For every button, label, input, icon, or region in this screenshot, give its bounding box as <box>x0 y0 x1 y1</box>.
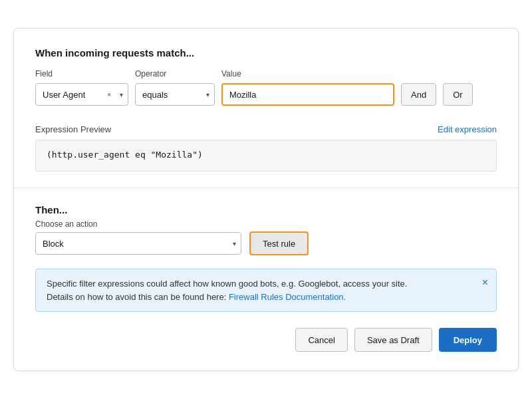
cancel-button[interactable]: Cancel <box>295 328 347 352</box>
when-title: When incoming requests match... <box>35 47 497 59</box>
expression-section: Expression Preview Edit expression (http… <box>35 124 497 172</box>
test-rule-button[interactable]: Test rule <box>249 231 309 255</box>
main-card: When incoming requests match... Field Us… <box>13 28 519 371</box>
action-select[interactable]: Block <box>35 232 241 255</box>
value-label: Value <box>221 69 394 78</box>
expression-header: Expression Preview Edit expression <box>35 124 497 134</box>
then-section: Then... Choose an action Block ▾ Test ru… <box>35 204 497 255</box>
action-label: Choose an action <box>35 219 497 229</box>
condition-row: Field User Agent × ▾ Operator equals ▾ V… <box>35 69 497 106</box>
field-label: Field <box>35 69 128 78</box>
edit-expression-link[interactable]: Edit expression <box>438 124 497 134</box>
info-text-1: Specific filter expressions could affect… <box>47 279 407 289</box>
info-close-icon[interactable]: × <box>482 277 488 288</box>
value-group: Value <box>221 69 394 106</box>
firewall-docs-link[interactable]: Firewall Rules Documentation. <box>229 292 346 302</box>
info-text-2: Details on how to avoid this can be foun… <box>47 292 229 302</box>
footer-row: Cancel Save as Draft Deploy <box>35 328 497 352</box>
then-title: Then... <box>35 204 497 215</box>
field-clear-icon[interactable]: × <box>107 90 111 98</box>
expression-label: Expression Preview <box>35 124 111 134</box>
save-as-draft-button[interactable]: Save as Draft <box>354 328 432 352</box>
field-select[interactable]: User Agent <box>35 83 128 106</box>
info-banner: Specific filter expressions could affect… <box>35 269 497 312</box>
and-button[interactable]: And <box>401 83 436 106</box>
deploy-button[interactable]: Deploy <box>439 328 497 352</box>
action-row: Block ▾ Test rule <box>35 231 497 255</box>
operator-label: Operator <box>135 69 215 78</box>
operator-select[interactable]: equals <box>135 83 215 106</box>
operator-group: Operator equals ▾ <box>135 69 215 106</box>
divider <box>14 188 518 188</box>
field-select-wrapper: User Agent × ▾ <box>35 83 128 106</box>
expression-box: (http.user_agent eq "Mozilla") <box>35 140 497 172</box>
or-button[interactable]: Or <box>443 83 472 106</box>
action-select-wrapper: Block ▾ <box>35 232 241 255</box>
field-group: Field User Agent × ▾ <box>35 69 128 106</box>
value-input[interactable] <box>221 83 394 106</box>
operator-select-wrapper: equals ▾ <box>135 83 215 106</box>
